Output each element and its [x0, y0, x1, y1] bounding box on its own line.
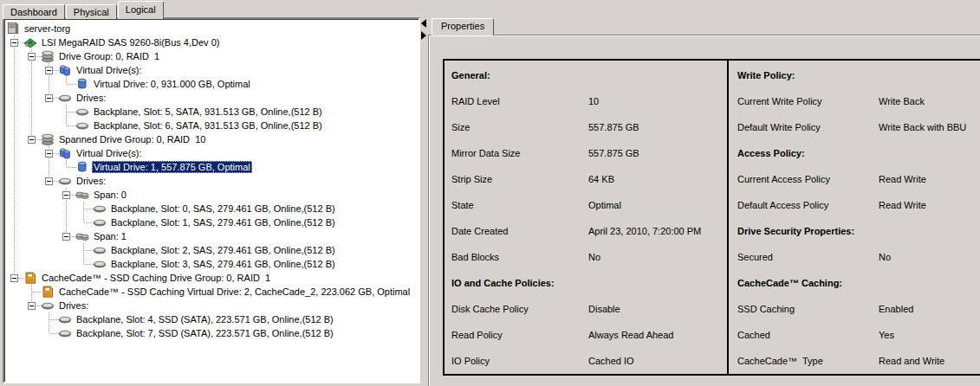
properties-column-policies: Write Policy:Current Write PolicyWrite B… — [729, 61, 980, 374]
tree-item-label[interactable]: Backplane, Slot: 2, SAS, 279.461 GB, Onl… — [109, 244, 337, 256]
tree-item[interactable]: Virtual Drive: 0, 931.000 GB, Optimal — [6, 77, 419, 91]
tab-logical[interactable]: Logical — [118, 1, 164, 19]
tree-item-label[interactable]: Span: 1 — [92, 230, 128, 242]
tree-item[interactable]: Span: 1 — [6, 229, 419, 243]
tree-item-label[interactable]: LSI MegaRAID SAS 9260-8i(Bus 4,Dev 0) — [40, 36, 221, 48]
tree-guide — [6, 77, 23, 91]
tree-item[interactable]: Backplane, Slot: 1, SAS, 279.461 GB, Onl… — [6, 216, 419, 229]
drive-icon — [58, 326, 72, 340]
property-row: Strip Size64 KB — [451, 166, 727, 192]
property-value: Read Write — [879, 174, 926, 184]
tree-item-label[interactable]: Backplane, Slot: 0, SAS, 279.461 GB, Onl… — [109, 203, 337, 215]
tree-item[interactable]: Span: 0 — [6, 188, 419, 202]
tree-item[interactable]: Drives: — [6, 91, 419, 105]
tree-connector — [6, 35, 23, 49]
tree-item[interactable]: Drive Group: 0, RAID 1 — [6, 49, 419, 63]
tree-guide — [23, 312, 41, 326]
property-row: Read PolicyAlways Read Ahead — [451, 322, 727, 348]
tree-item[interactable]: Backplane, Slot: 4, SSD (SATA), 223.571 … — [6, 312, 419, 326]
tree-item-label[interactable]: Virtual Drive: 1, 557.875 GB, Optimal — [92, 161, 252, 173]
tree-item-label[interactable]: Virtual Drive: 0, 931.000 GB, Optimal — [92, 78, 252, 90]
property-value: No — [588, 252, 600, 262]
tree-item-label[interactable]: server-torg — [23, 23, 72, 35]
drive-icon — [93, 257, 107, 271]
tree-item-label[interactable]: Backplane, Slot: 6, SATA, 931.513 GB, On… — [92, 119, 324, 132]
tree-item[interactable]: Drives: — [6, 299, 419, 312]
property-section-header: Write Policy: — [737, 62, 980, 88]
collapse-expander-icon[interactable] — [10, 39, 18, 47]
virtual-drives-icon — [58, 63, 72, 77]
tree-connector — [41, 146, 58, 160]
property-value: Enabled — [879, 304, 913, 314]
property-value: April 23, 2010, 7:20:00 PM — [588, 226, 701, 236]
tree-item-label[interactable]: Virtual Drive(s): — [75, 64, 144, 76]
property-label: Disk Cache Policy — [451, 304, 588, 314]
tree-guide — [23, 63, 41, 77]
tree-item[interactable]: Virtual Drive(s): — [6, 146, 419, 160]
collapse-expander-icon[interactable] — [62, 191, 70, 199]
drive-icon — [58, 312, 72, 326]
collapse-expander-icon[interactable] — [28, 53, 36, 61]
collapse-expander-icon[interactable] — [45, 67, 53, 74]
tree-item-label[interactable]: Virtual Drive(s): — [75, 147, 144, 159]
collapse-expander-icon[interactable] — [45, 94, 53, 102]
tree-item-label[interactable]: Drives: — [75, 92, 107, 104]
collapse-expander-icon[interactable] — [10, 274, 18, 282]
tree-item[interactable]: server-torg — [6, 22, 419, 35]
tree-item[interactable]: Spanned Drive Group: 0, RAID 10 — [6, 132, 419, 146]
collapse-left-arrow-icon[interactable] — [421, 19, 426, 28]
tree-item[interactable]: Backplane, Slot: 0, SAS, 279.461 GB, Onl… — [6, 202, 419, 216]
virtual-drives-icon — [58, 146, 72, 160]
tree-item-label[interactable]: Drives: — [75, 175, 107, 187]
tree-item[interactable]: LSI MegaRAID SAS 9260-8i(Bus 4,Dev 0) — [6, 35, 419, 49]
tree-item-label[interactable]: Backplane, Slot: 4, SSD (SATA), 223.571 … — [75, 313, 335, 325]
tab-properties[interactable]: Properties — [432, 18, 494, 35]
property-label: Cached — [737, 330, 879, 340]
splitter[interactable] — [421, 17, 428, 386]
tree-item-label[interactable]: Backplane, Slot: 1, SAS, 279.461 GB, Onl… — [109, 216, 337, 228]
section-header-label: Access Policy: — [737, 148, 805, 158]
drive-group-icon — [41, 132, 55, 146]
tree-item[interactable]: Backplane, Slot: 5, SATA, 931.513 GB, On… — [6, 105, 419, 119]
tree-item[interactable]: Backplane, Slot: 7, SSD (SATA), 223.571 … — [6, 326, 419, 340]
property-label: Size — [451, 122, 588, 132]
tree-item-label[interactable]: CacheCade™ - SSD Caching Drive Group: 0,… — [40, 272, 272, 284]
tree-guide — [58, 202, 75, 216]
tree-item-label[interactable]: Backplane, Slot: 3, SAS, 279.461 GB, Onl… — [109, 258, 337, 270]
tree-item[interactable]: Virtual Drive(s): — [6, 63, 419, 77]
tree-item[interactable]: CacheCade™ - SSD Caching Drive Group: 0,… — [6, 271, 419, 285]
property-label: IO Policy — [451, 356, 588, 366]
property-section-header: IO and Cache Policies: — [451, 270, 727, 296]
tree-item-label[interactable]: CacheCade™ - SSD Caching Virtual Drive: … — [57, 286, 412, 298]
tree-guide — [6, 119, 23, 132]
tree-item[interactable]: Drives: — [6, 174, 419, 188]
tree-item[interactable]: Virtual Drive: 1, 557.875 GB, Optimal — [6, 160, 419, 174]
collapse-expander-icon[interactable] — [45, 150, 53, 158]
property-label: RAID Level — [451, 96, 588, 106]
tree-item[interactable]: Backplane, Slot: 6, SATA, 931.513 GB, On… — [6, 119, 419, 132]
tab-physical[interactable]: Physical — [66, 4, 117, 19]
tree-item[interactable]: Backplane, Slot: 3, SAS, 279.461 GB, Onl… — [6, 257, 419, 271]
collapse-expander-icon[interactable] — [62, 233, 70, 241]
collapse-expander-icon[interactable] — [28, 302, 36, 310]
property-value: Write Back with BBU — [879, 122, 966, 132]
property-row: Default Write PolicyWrite Back with BBU — [737, 114, 980, 140]
tree-item-label[interactable]: Drives: — [57, 299, 90, 312]
collapse-expander-icon[interactable] — [45, 177, 53, 185]
tree-item[interactable]: Backplane, Slot: 2, SAS, 279.461 GB, Onl… — [6, 243, 419, 257]
tree-item-label[interactable]: Spanned Drive Group: 0, RAID 10 — [57, 133, 207, 145]
property-value: Cached IO — [588, 356, 634, 366]
tree-item-label[interactable]: Backplane, Slot: 5, SATA, 931.513 GB, On… — [92, 106, 324, 118]
property-section-header: General: — [451, 62, 727, 88]
tree-item[interactable]: CacheCade™ - SSD Caching Virtual Drive: … — [6, 285, 419, 299]
tree-item-label[interactable]: Backplane, Slot: 7, SSD (SATA), 223.571 … — [75, 327, 335, 339]
tree-connector — [75, 257, 93, 271]
tree-guide — [41, 160, 58, 174]
view-tabs: Dashboard Physical Logical — [3, 1, 165, 19]
property-section-header: Drive Security Properties: — [737, 218, 980, 244]
collapse-expander-icon[interactable] — [28, 136, 36, 144]
tab-dashboard[interactable]: Dashboard — [3, 4, 65, 19]
collapse-right-arrow-icon[interactable] — [421, 31, 426, 40]
tree-item-label[interactable]: Drive Group: 0, RAID 1 — [57, 50, 161, 62]
tree-item-label[interactable]: Span: 0 — [92, 189, 128, 201]
